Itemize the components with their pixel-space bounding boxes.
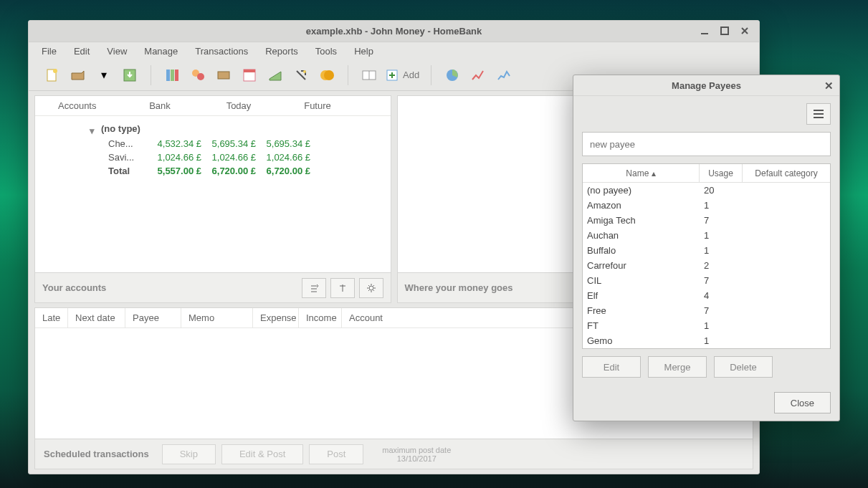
- edit-button[interactable]: Edit: [582, 356, 641, 378]
- svg-rect-6: [171, 70, 174, 81]
- col-accounts[interactable]: Accounts: [58, 100, 110, 111]
- delete-button[interactable]: Delete: [714, 356, 773, 378]
- menu-view[interactable]: View: [100, 44, 134, 58]
- currencies-icon[interactable]: [318, 66, 336, 85]
- col-payee[interactable]: Payee: [125, 308, 181, 327]
- add-transaction-button[interactable]: Add: [386, 69, 419, 82]
- svg-point-15: [324, 70, 334, 80]
- account-group-row[interactable]: ▾ (no type): [41, 120, 378, 137]
- payee-row[interactable]: Free7: [583, 303, 830, 318]
- col-late[interactable]: Late: [35, 308, 68, 327]
- dialog-title: Manage Payees ✕: [573, 75, 839, 96]
- payee-row[interactable]: (no payee)20: [583, 183, 830, 198]
- close-button[interactable]: [735, 21, 755, 41]
- col-today[interactable]: Today: [210, 100, 267, 111]
- sort-asc-icon: ▴: [652, 168, 656, 178]
- menubar: File Edit View Manage Transactions Repor…: [29, 42, 759, 59]
- col-nextdate[interactable]: Next date: [68, 308, 125, 327]
- payee-row[interactable]: Elf4: [583, 288, 830, 303]
- gear-icon[interactable]: [359, 278, 383, 298]
- menu-tools[interactable]: Tools: [308, 44, 344, 58]
- manage-scheduled-icon[interactable]: [240, 66, 259, 85]
- payee-row[interactable]: Auchan1: [583, 228, 830, 243]
- menu-transactions[interactable]: Transactions: [188, 44, 255, 58]
- accounts-pane: Accounts Bank Today Future ▾ (no type) C…: [34, 95, 391, 303]
- collapse-all-icon[interactable]: [330, 278, 355, 298]
- menu-reports[interactable]: Reports: [258, 44, 305, 58]
- account-total-row: Total 5,557.00 £ 6,720.00 £ 6,720.00 £: [41, 164, 378, 178]
- svg-rect-1: [721, 27, 728, 34]
- new-file-icon[interactable]: [43, 66, 62, 85]
- close-button[interactable]: Close: [774, 392, 831, 413]
- manage-accounts-icon[interactable]: [163, 66, 181, 85]
- save-icon[interactable]: [120, 66, 139, 85]
- manage-payees-icon[interactable]: [189, 66, 207, 85]
- add-label: Add: [403, 70, 419, 80]
- col-income[interactable]: Income: [299, 308, 342, 327]
- window-title: example.xhb - John Money - HomeBank: [306, 26, 482, 37]
- svg-rect-7: [175, 70, 178, 81]
- col-bank[interactable]: Bank: [131, 100, 189, 111]
- svg-point-9: [197, 73, 204, 80]
- accounts-footer-label: Your accounts: [42, 282, 106, 293]
- menu-manage[interactable]: Manage: [137, 44, 185, 58]
- minimize-button[interactable]: [695, 21, 715, 41]
- report-balance-icon[interactable]: [495, 66, 513, 85]
- col-future[interactable]: Future: [289, 100, 346, 111]
- edit-post-button[interactable]: Edit & Post: [221, 444, 303, 464]
- new-payee-input[interactable]: [582, 132, 831, 156]
- payee-row[interactable]: Gemo1: [583, 333, 830, 348]
- col-default-category[interactable]: Default category: [743, 164, 830, 182]
- dialog-close-icon[interactable]: ✕: [824, 80, 834, 92]
- menu-file[interactable]: File: [34, 44, 64, 58]
- svg-point-13: [303, 70, 306, 73]
- manage-budget-icon[interactable]: [266, 66, 285, 85]
- svg-rect-12: [244, 70, 255, 72]
- scheduled-footer-label: Scheduled transactions: [44, 449, 149, 459]
- post-info: maximum post date 13/10/2017: [382, 446, 451, 463]
- show-transactions-icon[interactable]: [360, 66, 378, 85]
- account-row[interactable]: Che... 4,532.34 £ 5,695.34 £ 5,695.34 £: [41, 137, 378, 150]
- svg-point-3: [53, 69, 57, 73]
- skip-button[interactable]: Skip: [162, 444, 216, 464]
- col-name[interactable]: Name ▴: [583, 164, 700, 182]
- svg-point-20: [369, 286, 373, 290]
- svg-rect-10: [218, 72, 229, 79]
- col-expense[interactable]: Expense: [253, 308, 299, 327]
- payee-row[interactable]: Buffalo1: [583, 243, 830, 258]
- col-usage[interactable]: Usage: [700, 164, 743, 182]
- payee-row[interactable]: FT1: [583, 318, 830, 333]
- payee-row[interactable]: CIL7: [583, 273, 830, 288]
- payee-table: Name ▴ Usage Default category (no payee)…: [582, 163, 831, 349]
- maximize-button[interactable]: [715, 21, 735, 41]
- report-pie-icon[interactable]: [443, 66, 462, 85]
- account-row[interactable]: Savi... 1,024.66 £ 1,024.66 £ 1,024.66 £: [41, 150, 378, 164]
- hamburger-icon[interactable]: [806, 103, 831, 125]
- payee-row[interactable]: Carrefour2: [583, 258, 830, 273]
- group-label: (no type): [101, 123, 140, 134]
- post-button[interactable]: Post: [309, 444, 363, 464]
- svg-rect-5: [166, 70, 170, 81]
- titlebar: example.xhb - John Money - HomeBank: [29, 21, 759, 42]
- manage-assignments-icon[interactable]: [292, 66, 310, 85]
- menu-edit[interactable]: Edit: [67, 44, 97, 58]
- open-file-icon[interactable]: [69, 66, 87, 85]
- svg-rect-0: [701, 33, 708, 34]
- where-footer-label: Where your money goes: [405, 282, 513, 293]
- merge-button[interactable]: Merge: [648, 356, 707, 378]
- manage-categories-icon[interactable]: [214, 66, 233, 85]
- payee-row[interactable]: Amazon1: [583, 198, 830, 213]
- menu-help[interactable]: Help: [347, 44, 381, 58]
- report-trend-icon[interactable]: [469, 66, 487, 85]
- expand-all-icon[interactable]: [302, 278, 326, 298]
- col-memo[interactable]: Memo: [181, 308, 253, 327]
- open-dropdown-icon[interactable]: ▾: [95, 66, 113, 85]
- manage-payees-dialog: Manage Payees ✕ Name ▴ Usage Default cat…: [573, 75, 840, 421]
- caret-down-icon: ▾: [90, 125, 95, 136]
- payee-row[interactable]: Amiga Tech7: [583, 213, 830, 228]
